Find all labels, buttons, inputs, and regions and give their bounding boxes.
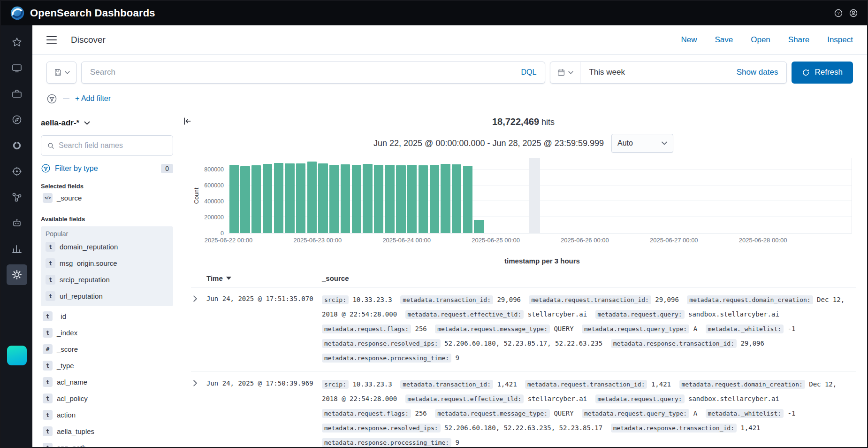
field-item[interactable]: t acl_policy bbox=[41, 390, 173, 407]
field-type-badge: t bbox=[46, 258, 55, 268]
field-key-badge: metadata.request.message_type: bbox=[435, 324, 550, 333]
field-type-badge: # bbox=[43, 344, 53, 354]
field-item[interactable]: t action bbox=[41, 407, 173, 423]
field-item[interactable]: t aella_tuples bbox=[41, 423, 173, 440]
briefcase-icon[interactable] bbox=[7, 84, 27, 104]
field-value: 1,421 bbox=[497, 380, 517, 388]
histogram-bar[interactable] bbox=[385, 165, 395, 233]
compass-icon[interactable] bbox=[7, 109, 27, 130]
discover-panel: 18,722,469 hits Jun 22, 2025 @ 00:00:00.… bbox=[182, 111, 867, 447]
histogram-bar[interactable] bbox=[352, 165, 361, 233]
row-time: Jun 24, 2025 @ 17:51:35.070 bbox=[206, 293, 322, 302]
field-item[interactable]: t acl_name bbox=[41, 374, 173, 390]
user-account-icon[interactable] bbox=[848, 8, 859, 18]
refresh-button[interactable]: Refresh bbox=[792, 62, 853, 84]
field-value: 256 bbox=[415, 325, 426, 332]
target-icon[interactable] bbox=[7, 161, 27, 182]
histogram-bar[interactable] bbox=[229, 165, 239, 233]
date-range-value[interactable]: This week bbox=[580, 68, 633, 77]
field-name: _score bbox=[57, 345, 78, 353]
field-name: _id bbox=[57, 312, 66, 320]
help-icon[interactable]: ? bbox=[833, 8, 844, 18]
save-button[interactable]: Save bbox=[715, 35, 733, 45]
histogram-bar[interactable] bbox=[296, 163, 305, 233]
field-name: url_reputation bbox=[60, 292, 103, 300]
new-button[interactable]: New bbox=[681, 35, 697, 45]
histogram-bar[interactable] bbox=[341, 164, 350, 233]
monitor-icon[interactable] bbox=[7, 58, 27, 78]
calendar-button[interactable] bbox=[550, 62, 580, 83]
table-row[interactable]: Jun 24, 2025 @ 17:50:39.969 srcip: 10.33… bbox=[191, 372, 856, 447]
star-icon[interactable] bbox=[7, 32, 27, 53]
histogram-bar[interactable] bbox=[407, 165, 417, 233]
saved-query-button[interactable] bbox=[46, 62, 76, 84]
network-graph-icon[interactable] bbox=[7, 187, 27, 208]
histogram-bar[interactable] bbox=[474, 220, 483, 233]
popular-fields-block: Popular t domain_reputation t msg_origin… bbox=[41, 226, 173, 306]
field-item[interactable]: t domain_reputation bbox=[44, 239, 170, 255]
show-dates-button[interactable]: Show dates bbox=[737, 68, 787, 77]
histogram-bar[interactable] bbox=[452, 164, 461, 233]
field-key-badge: metadata.transaction_id: bbox=[400, 380, 493, 389]
bar-chart-icon[interactable] bbox=[7, 239, 27, 259]
search-input[interactable] bbox=[90, 68, 516, 77]
field-item[interactable]: t url_reputation bbox=[44, 288, 170, 304]
time-column-header[interactable]: Time bbox=[206, 274, 322, 282]
expand-row-icon[interactable] bbox=[191, 377, 206, 386]
field-value: 52.206.60.180, 52.23.85.17, 52.22.63.235 bbox=[444, 340, 602, 347]
opensearch-logo[interactable] bbox=[9, 5, 25, 21]
filter-menu-icon[interactable] bbox=[46, 93, 57, 104]
field-item[interactable]: </> _source bbox=[41, 190, 173, 206]
field-type-badge: t bbox=[46, 242, 55, 252]
field-item[interactable]: t _id bbox=[41, 308, 173, 324]
field-item[interactable]: t _type bbox=[41, 357, 173, 374]
field-item[interactable]: # _score bbox=[41, 341, 173, 357]
field-item[interactable]: t _index bbox=[41, 324, 173, 341]
histogram-bar[interactable] bbox=[430, 165, 439, 233]
histogram-plot[interactable] bbox=[228, 158, 852, 233]
collapse-sidebar-icon[interactable] bbox=[183, 116, 192, 126]
share-button[interactable]: Share bbox=[788, 35, 809, 45]
stellar-cyber-logo[interactable] bbox=[7, 346, 27, 365]
histogram-bar[interactable] bbox=[441, 164, 450, 233]
field-item[interactable]: t msg_origin.source bbox=[44, 255, 170, 271]
query-language-button[interactable]: DQL bbox=[521, 68, 537, 77]
field-item[interactable]: t srcip_reputation bbox=[44, 271, 170, 288]
histogram-bar[interactable] bbox=[463, 166, 472, 233]
histogram-bar[interactable] bbox=[263, 164, 272, 233]
field-name: domain_reputation bbox=[60, 243, 118, 251]
histogram-bar[interactable] bbox=[251, 165, 261, 233]
field-search-input[interactable] bbox=[59, 141, 167, 150]
menu-icon[interactable] bbox=[46, 36, 57, 44]
histogram-bar[interactable] bbox=[374, 165, 383, 233]
inspect-button[interactable]: Inspect bbox=[827, 35, 853, 45]
chevron-down-icon bbox=[568, 71, 573, 74]
field-name: acl_policy bbox=[57, 394, 88, 402]
histogram-bar[interactable] bbox=[318, 163, 327, 233]
histogram-bar[interactable] bbox=[329, 165, 339, 233]
sort-desc-icon bbox=[226, 277, 231, 280]
calendar-icon bbox=[557, 68, 565, 77]
interval-select[interactable]: Auto bbox=[611, 134, 673, 153]
histogram-bar[interactable] bbox=[396, 165, 405, 233]
histogram-bar[interactable] bbox=[240, 166, 250, 233]
field-key-badge: metadata._whitelist: bbox=[706, 324, 784, 333]
expand-row-icon[interactable] bbox=[191, 293, 206, 302]
gear-icon[interactable] bbox=[7, 264, 27, 285]
table-row[interactable]: Jun 24, 2025 @ 17:51:35.070 srcip: 10.33… bbox=[191, 287, 856, 372]
histogram-bar[interactable] bbox=[307, 162, 317, 233]
field-key-badge: metadata.request.flags: bbox=[322, 409, 411, 418]
add-filter-button[interactable]: + Add filter bbox=[75, 94, 111, 103]
open-button[interactable]: Open bbox=[751, 35, 770, 45]
robot-icon[interactable] bbox=[7, 213, 27, 233]
donut-chart-icon[interactable] bbox=[7, 135, 27, 156]
histogram-bar[interactable] bbox=[274, 163, 283, 233]
histogram-bar[interactable] bbox=[419, 165, 428, 233]
field-name: acl_name bbox=[57, 378, 87, 386]
histogram-bar[interactable] bbox=[363, 164, 372, 233]
histogram-bar[interactable] bbox=[285, 163, 294, 233]
field-key-badge: metadata.request.query: bbox=[595, 394, 685, 403]
index-pattern-select[interactable]: aella-adr-* bbox=[41, 118, 173, 128]
field-item[interactable]: t app_path bbox=[41, 440, 173, 447]
filter-by-type-button[interactable]: Filter by type 0 bbox=[41, 163, 173, 173]
